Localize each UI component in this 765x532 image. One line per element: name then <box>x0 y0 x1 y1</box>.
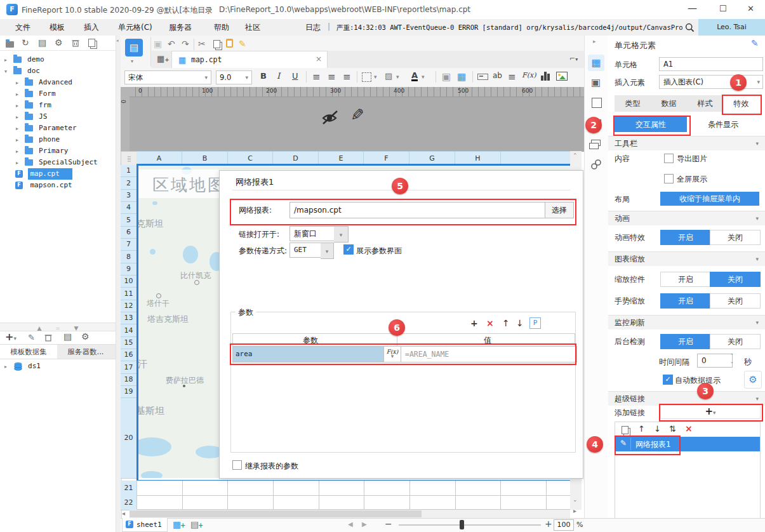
expand-icon[interactable]: ▸ <box>4 57 7 63</box>
tree-item-frm[interactable]: ▸ frm <box>0 100 116 111</box>
expand-icon[interactable]: ▸ <box>16 160 18 166</box>
inherit-param-checkbox[interactable] <box>232 460 242 470</box>
tree-item-demo[interactable]: ▸ demo <box>0 54 116 65</box>
template-version-button[interactable]: ▤ <box>125 39 143 57</box>
font-size-select[interactable]: 9.0 ▾ <box>216 70 252 84</box>
menu-help[interactable]: 帮助 <box>214 22 229 33</box>
hyperlink-panel-icon[interactable] <box>590 159 602 170</box>
scroll-down-icon[interactable]: ⌄ <box>573 496 578 503</box>
zoom-widget-on-button[interactable]: 开启 <box>660 272 711 287</box>
tree-item-primary[interactable]: ▸ Primary <box>0 145 116 157</box>
paste-icon[interactable] <box>226 39 233 48</box>
row-header[interactable]: 4 <box>121 202 137 214</box>
tree-item-specialsubject[interactable]: ▸ SpecialSubject <box>0 157 116 168</box>
zoom-slider-handle[interactable] <box>460 520 464 529</box>
cell-attribute-panel-icon[interactable]: ▣ <box>591 76 601 88</box>
row-header[interactable]: 5 <box>121 214 137 227</box>
font-family-select[interactable]: 宋体 ▾ <box>124 70 211 84</box>
zoom-slider-track[interactable] <box>399 524 541 526</box>
menu-community[interactable]: 社区 <box>245 22 260 33</box>
settings-icon[interactable]: ⚙ <box>55 37 63 48</box>
panel-splitter[interactable]: ▲ = ▼ <box>0 323 116 331</box>
menu-insert[interactable]: 插入 <box>84 22 99 33</box>
splitter-handle[interactable]: = <box>55 325 60 331</box>
tree-item-parameter[interactable]: ▸ Parameter <box>0 123 116 134</box>
chevron-down-icon[interactable]: ▾ <box>396 74 399 80</box>
chevron-down-icon[interactable]: ▾ <box>422 74 425 80</box>
menu-cell[interactable]: 单元格(C) <box>118 22 152 33</box>
tree-item-mapson-cpt[interactable]: F mapson.cpt <box>0 180 116 191</box>
row-header[interactable]: 8 <box>121 251 137 263</box>
param-p-icon[interactable]: P <box>529 317 541 329</box>
edit-dataset-icon[interactable]: ✎ <box>28 333 35 342</box>
maximize-button[interactable]: ☐ <box>719 4 727 13</box>
scroll-left-icon[interactable]: ◂ <box>122 510 125 517</box>
image-icon[interactable] <box>556 72 568 81</box>
animation-on-button[interactable]: 开启 <box>660 230 711 245</box>
delete-dataset-icon[interactable] <box>44 333 52 342</box>
condition-panel-icon[interactable] <box>591 140 601 146</box>
menu-file[interactable]: 文件 <box>15 22 30 33</box>
formula-icon[interactable]: F(x) <box>522 71 536 79</box>
row-header[interactable]: 3 <box>121 190 137 202</box>
user-account[interactable]: Leo. Tsai <box>698 19 765 36</box>
row-header[interactable]: 22 <box>121 495 137 510</box>
param-method-dropdown[interactable]: ▾ <box>321 243 334 259</box>
bg-detect-off-button[interactable]: 关闭 <box>710 334 761 349</box>
row-header[interactable]: 12 <box>121 300 137 312</box>
expand-icon[interactable]: ▸ <box>16 103 18 109</box>
gesture-zoom-off-button[interactable]: 关闭 <box>710 293 761 309</box>
spinner-up-icon[interactable]: ⌃ <box>730 353 734 358</box>
row-header[interactable]: 15 <box>121 337 137 349</box>
param-method-select[interactable]: GET <box>289 243 325 258</box>
preview-dataset-icon[interactable]: ▤ <box>63 331 72 342</box>
border-style-icon[interactable] <box>362 72 371 82</box>
text-ab-icon[interactable]: ab <box>493 71 502 80</box>
copy-icon[interactable] <box>213 40 220 48</box>
italic-button[interactable]: I <box>277 71 280 81</box>
expand-icon[interactable]: ▸ <box>16 149 18 154</box>
spinner-down-icon[interactable]: ⌄ <box>730 359 734 364</box>
open-in-select[interactable]: 新窗口 <box>289 226 338 241</box>
minimize-button[interactable]: — <box>688 3 697 14</box>
animation-off-button[interactable]: 关闭 <box>710 230 761 245</box>
row-header[interactable]: 1 <box>121 165 137 177</box>
new-folder-icon[interactable] <box>6 39 14 48</box>
underline-button[interactable]: U <box>292 71 298 81</box>
move-down-icon[interactable]: ↓ <box>654 424 661 434</box>
tree-item-phone[interactable]: ▸ phone <box>0 134 116 145</box>
refresh-icon[interactable]: ↻ <box>22 37 29 48</box>
edit-pencil-icon[interactable]: ✎ <box>350 105 364 124</box>
cut-icon[interactable]: ✂ <box>198 39 206 49</box>
dataset-item-ds1[interactable]: ▸ ds1 <box>0 361 116 372</box>
splitter-up-icon[interactable]: ▲ <box>37 325 41 331</box>
auto-tip-checkbox[interactable]: ✓ <box>663 375 673 385</box>
tree-item-map-cpt[interactable]: F map.cpt <box>0 168 116 180</box>
tree-item-doc[interactable]: ▾ doc <box>0 65 116 77</box>
copy-icon[interactable] <box>88 39 95 47</box>
cell-grid-icon[interactable]: ▦ <box>457 71 466 83</box>
zoom-widget-off-button[interactable]: 关闭 <box>710 272 761 287</box>
tree-item-js[interactable]: ▸ JS <box>0 111 116 123</box>
tab-type[interactable]: 类型 <box>615 95 651 112</box>
delete-link-icon[interactable]: × <box>685 423 693 434</box>
section-chart-zoom[interactable]: 图表缩放▾ <box>608 251 765 266</box>
chevron-down-icon[interactable]: ▾ <box>374 74 377 80</box>
row-header[interactable]: 14 <box>121 324 137 337</box>
param-up-icon[interactable]: ↑ <box>502 318 510 328</box>
zoom-value-input[interactable]: 100 <box>554 519 574 531</box>
row-header[interactable]: 19 <box>121 386 137 398</box>
sort-icon[interactable]: ⇅ <box>669 424 676 434</box>
row-header[interactable]: 2 <box>121 177 137 190</box>
zoom-out-button[interactable]: − <box>385 519 392 529</box>
collapse-left-icon[interactable]: ◂ <box>116 38 119 43</box>
tab-condition-display[interactable]: 条件显示 <box>687 117 759 132</box>
row-header[interactable]: 16 <box>121 349 137 361</box>
zoom-in-button[interactable]: + <box>545 519 552 529</box>
redo-icon[interactable]: ↷ <box>182 39 189 49</box>
tab-server-dataset[interactable]: 服务器数... <box>57 345 114 359</box>
param-add-icon[interactable]: + <box>470 318 478 328</box>
bg-detect-on-button[interactable]: 开启 <box>660 334 711 349</box>
log-message[interactable]: 严重:14:32:03 AWT-EventQueue-0 ERROR [stan… <box>336 23 682 32</box>
font-color-icon[interactable]: A <box>411 71 418 81</box>
